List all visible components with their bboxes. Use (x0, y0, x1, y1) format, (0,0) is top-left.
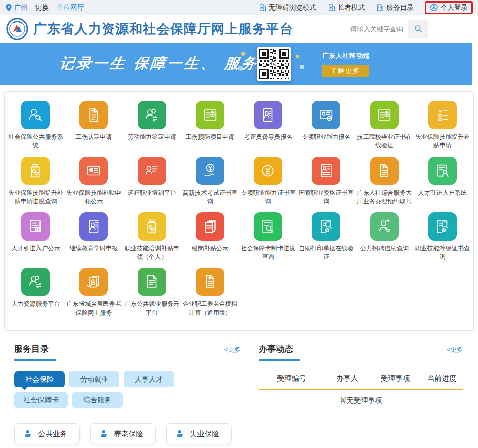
site-header: 广东省人力资源和社会保障厅网上服务平台 (0, 15, 478, 43)
service-label: 社会保障卡制卡进度查询 (240, 244, 296, 262)
service-label: 社会保险公共服务系统 (7, 133, 64, 151)
service-icon-box (138, 212, 166, 241)
location-selector[interactable]: 广州 (5, 3, 28, 12)
service-tile[interactable]: 专项职业能力报名 (297, 101, 355, 151)
service-label: 失业保险技能提升补贴申请进度查询 (7, 189, 64, 206)
service-tile[interactable]: 稳岗补贴公示 (181, 212, 239, 262)
service-label: 继续教育学时申报 (68, 244, 119, 253)
category-button[interactable]: 养老保险 (90, 423, 156, 444)
service-label: 人才引进入户系统 (417, 189, 468, 197)
checklist-icon (434, 106, 451, 124)
service-tile[interactable]: 人力资源服务平台 (7, 268, 65, 317)
service-label: 工伤认定申请 (74, 133, 113, 141)
directory-tab[interactable]: 社会保险 (14, 371, 65, 387)
category-button[interactable]: 公共业务 (14, 423, 80, 444)
service-tile[interactable]: 远程职业培训平台 (123, 157, 181, 206)
service-icon-box (21, 157, 50, 185)
work-status-more-link[interactable]: <更多 (447, 346, 463, 354)
services-grid: 社会保险公共服务系统 工伤认定申请 劳动能力鉴定申请 工伤预防项目申请 考评员督… (5, 92, 473, 330)
directory-tab[interactable]: 社会保障卡 (14, 392, 68, 408)
doc-search-at-icon (434, 218, 451, 235)
service-tile[interactable]: 人才引进入户系统 (413, 157, 471, 206)
service-tile[interactable]: 公共招聘信息查询 (355, 212, 414, 262)
service-directory-more-link[interactable]: <更多 (224, 346, 241, 354)
doc-lines-icon (143, 273, 161, 290)
service-tile[interactable]: 劳动能力鉴定申请 (123, 101, 181, 151)
service-tile[interactable]: 广东公共就业服务云平台 (123, 268, 181, 317)
service-tile[interactable]: 考评员督导员报名 (239, 101, 297, 151)
service-directory-panel: 服务目录 <更多 社会保险劳动就业人事人才社会保障卡综合服务 公共业务养老保险失… (14, 343, 241, 448)
work-status-title: 办事动态 (259, 343, 293, 355)
service-label: 专项职业能力报名 (301, 133, 351, 141)
personal-login-button[interactable]: 个人登录 (425, 1, 473, 14)
service-icon-box (196, 212, 224, 241)
jar-pills-icon (143, 218, 161, 235)
service-tile[interactable]: 失业保险技能补贴申领公示 (65, 157, 123, 206)
service-directory-link[interactable]: 服务目录 (376, 3, 414, 12)
people-arrows-icon (27, 273, 44, 290)
service-tile[interactable]: 广东省城乡居民养老保险网上服务 (65, 268, 123, 317)
service-tile[interactable]: 社会保险公共服务系统 (7, 101, 65, 151)
service-icon-box (370, 101, 399, 129)
learn-more-button[interactable]: 了解更多 (322, 65, 369, 77)
accessibility-mode-link[interactable]: 无障碍浏览模式 (259, 3, 317, 12)
doc-plus-icon (85, 106, 102, 124)
service-icon-box (196, 157, 224, 185)
service-tile[interactable]: 继续教育学时申报 (65, 212, 123, 262)
search-input[interactable] (346, 20, 408, 38)
directory-tab[interactable]: 人事人才 (124, 371, 174, 387)
service-label: 人才引进入户公示 (10, 244, 61, 253)
unit-hall-link[interactable]: 单位网厅 (57, 3, 84, 12)
location-pin-icon (5, 4, 12, 12)
person-icon (176, 429, 185, 438)
doc-dollar-icon (27, 218, 44, 235)
service-icon-box (79, 157, 108, 185)
building-icon (328, 4, 336, 12)
service-label: 工伤预防项目申请 (185, 133, 235, 141)
card-stamp-icon (317, 106, 335, 124)
service-tile[interactable]: 高新技术考试证书查询 (181, 157, 239, 206)
elder-mode-link[interactable]: 长者模式 (328, 3, 365, 12)
work-status-table-header: 受理编号办事人受理事项当前进度 (259, 374, 463, 390)
service-icon-box (21, 268, 50, 296)
service-directory-tabs: 社会保险劳动就业人事人才社会保障卡综合服务 (14, 371, 186, 408)
yen-hand-icon (202, 162, 219, 179)
service-tile[interactable]: 广东人社综合服务大厅业务办理预约取号 (355, 157, 414, 206)
category-button[interactable]: 失业保险 (166, 423, 232, 444)
service-label: 失业保险技能提升补贴申请 (414, 133, 471, 151)
service-tile[interactable]: 企业职工养老金模拟计算（通用版） (181, 268, 239, 317)
switch-city-link[interactable]: 切换 (35, 3, 49, 12)
table-column-header: 当前进度 (427, 374, 457, 383)
directory-tab[interactable]: 劳动就业 (69, 371, 120, 387)
service-tile[interactable]: 自助打印单据在线验证 (297, 212, 355, 262)
service-tile[interactable]: 国家职业资格证书查询 (297, 157, 355, 206)
bottom-section: 服务目录 <更多 社会保险劳动就业人事人才社会保障卡综合服务 公共业务养老保险失… (0, 331, 478, 448)
service-tile[interactable]: 失业保险技能提升补贴申请进度查询 (7, 157, 65, 206)
service-tile[interactable]: 职业技能培训补贴申领（个人） (123, 212, 181, 262)
service-label: 职业技能等级证书查询 (414, 244, 471, 262)
service-icon-box (79, 268, 108, 296)
directory-tab[interactable]: 综合服务 (72, 392, 123, 408)
service-tile[interactable]: 失业保险技能提升补贴申请 (413, 101, 471, 151)
service-label: 广东人社综合服务大厅业务办理预约取号 (356, 189, 413, 206)
service-tile[interactable]: 工伤认定申请 (65, 101, 123, 151)
service-label: 远程职业培训平台 (127, 189, 177, 197)
service-icon-box (312, 101, 340, 129)
person-medical-icon (376, 218, 393, 235)
service-tile[interactable]: 专项职业能力证书查询 (239, 157, 297, 206)
qr-code (257, 47, 291, 81)
topbar: 广州 切换 单位网厅 无障碍浏览模式 长者模式 服务目录 (0, 0, 478, 15)
person-icon (24, 429, 33, 438)
service-tile[interactable]: 职业技能等级证书查询 (413, 212, 471, 262)
page-title: 广东省人力资源和社会保障厅网上服务平台 (33, 20, 293, 38)
search-button[interactable] (408, 20, 428, 38)
service-tile[interactable]: 技工院校毕业证书在线验证 (355, 101, 414, 151)
service-tile[interactable]: 人才引进入户公示 (7, 212, 65, 262)
doc-plus-icon (376, 162, 393, 179)
service-icon-box (370, 157, 399, 185)
service-label: 公共招聘信息查询 (359, 244, 410, 253)
category-button-label: 公共业务 (38, 429, 67, 439)
service-tile[interactable]: 社会保障卡制卡进度查询 (239, 212, 297, 262)
table-column-header: 受理编号 (277, 374, 306, 383)
service-tile[interactable]: 工伤预防项目申请 (181, 101, 239, 151)
